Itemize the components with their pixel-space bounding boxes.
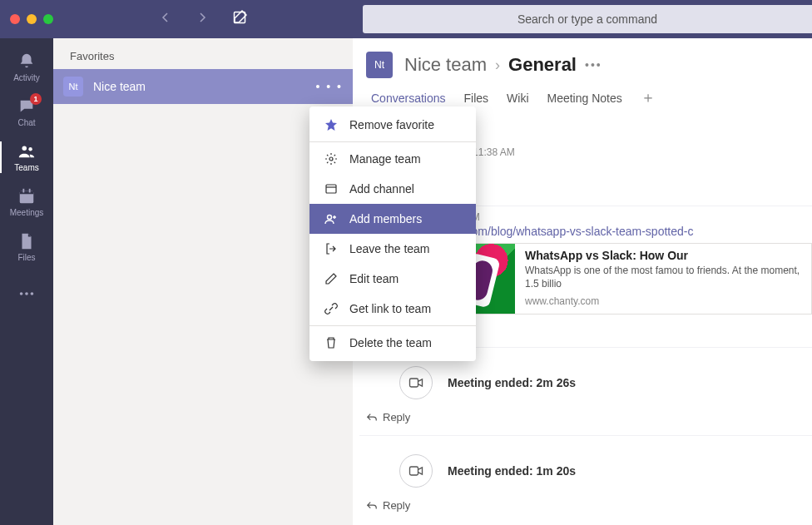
svg-point-2 (28, 147, 32, 151)
menu-add-channel[interactable]: Add channel (309, 174, 476, 204)
breadcrumb-team[interactable]: Nice team (404, 54, 487, 76)
reply-label: Reply (383, 499, 410, 512)
link-description: WhatsApp is one of the most famou to fri… (525, 264, 805, 290)
rail-files-label: Files (17, 253, 35, 262)
reply-button[interactable]: Reply (359, 403, 812, 430)
svg-rect-10 (410, 379, 418, 387)
chat-badge: 1 (30, 93, 42, 105)
meeting-ended-text: Meeting ended: 2m 26s (448, 376, 576, 389)
teams-panel: Favorites Nt Nice team • • • (53, 38, 353, 525)
menu-manage-team[interactable]: Manage team (309, 144, 476, 174)
svg-point-9 (31, 292, 34, 295)
team-more-button[interactable]: • • • (316, 81, 343, 92)
chevron-right-icon: › (495, 57, 500, 74)
window-controls (0, 14, 53, 24)
reply-label: Reply (383, 411, 410, 423)
svg-rect-5 (22, 189, 24, 193)
menu-separator (309, 325, 476, 326)
titlebar: Search or type a command (0, 0, 812, 38)
menu-label: Leave the team (349, 242, 430, 255)
app-rail: Activity 1 Chat Teams Meetings Files (0, 38, 53, 525)
menu-label: Delete the team (349, 336, 432, 349)
favorites-header: Favorites (53, 38, 353, 69)
team-name-label: Nice team (93, 80, 146, 93)
team-context-menu: Remove favorite Manage team Add channel … (309, 106, 476, 361)
breadcrumb-channel[interactable]: General (508, 54, 577, 76)
menu-label: Add channel (349, 182, 414, 196)
rail-activity[interactable]: Activity (0, 45, 53, 90)
svg-rect-4 (20, 191, 34, 195)
rail-chat-label: Chat (17, 118, 35, 127)
rail-more-button[interactable] (0, 271, 53, 316)
meeting-icon (399, 454, 433, 488)
team-row-nice-team[interactable]: Nt Nice team • • • (53, 69, 353, 104)
nav-back-button[interactable] (157, 11, 174, 27)
svg-rect-6 (29, 189, 31, 193)
svg-rect-11 (410, 467, 418, 475)
svg-point-8 (25, 292, 28, 295)
channel-team-avatar: Nt (366, 52, 393, 78)
meeting-ended-text: Meeting ended: 1m 20s (448, 464, 576, 478)
svg-point-7 (20, 292, 23, 295)
rail-files[interactable]: Files (0, 225, 53, 270)
menu-label: Remove favorite (349, 118, 434, 131)
menu-label: Edit team (349, 272, 399, 285)
svg-point-1 (22, 146, 27, 151)
link-title: WhatsApp vs Slack: How Our (525, 249, 805, 262)
tab-wiki[interactable]: Wiki (507, 92, 528, 105)
search-placeholder: Search or type a command (517, 12, 657, 26)
menu-delete-team[interactable]: Delete the team (309, 328, 476, 358)
menu-get-link[interactable]: Get link to team (309, 294, 476, 324)
menu-label: Get link to team (349, 302, 431, 315)
menu-label: Add members (349, 212, 422, 225)
team-avatar: Nt (63, 77, 83, 97)
svg-rect-13 (326, 185, 336, 193)
menu-add-members[interactable]: Add members (309, 204, 476, 234)
maximize-window-button[interactable] (43, 14, 53, 24)
rail-activity-label: Activity (13, 73, 40, 82)
reply-button[interactable]: Reply (359, 491, 812, 518)
tab-files[interactable]: Files (464, 92, 489, 105)
rail-teams[interactable]: Teams (0, 135, 53, 180)
nav-forward-button[interactable] (194, 11, 210, 27)
menu-label: Manage team (349, 152, 421, 166)
close-window-button[interactable] (10, 14, 20, 24)
menu-separator (309, 141, 476, 142)
svg-point-12 (329, 157, 333, 161)
rail-meetings[interactable]: Meetings (0, 180, 53, 225)
minimize-window-button[interactable] (27, 14, 37, 24)
channel-more-button[interactable]: ••• (585, 58, 602, 72)
link-domain: www.chanty.com (525, 295, 805, 307)
compose-button[interactable] (230, 10, 249, 28)
menu-remove-favorite[interactable]: Remove favorite (309, 110, 476, 140)
menu-edit-team[interactable]: Edit team (309, 264, 476, 294)
menu-leave-team[interactable]: Leave the team (309, 234, 476, 264)
rail-teams-label: Teams (14, 163, 38, 172)
meeting-icon (399, 366, 433, 399)
rail-chat[interactable]: 1 Chat (0, 90, 53, 135)
svg-point-15 (328, 215, 332, 220)
add-tab-button[interactable]: ＋ (641, 92, 656, 103)
rail-meetings-label: Meetings (10, 208, 44, 217)
search-input[interactable]: Search or type a command (363, 5, 812, 33)
channel-header: Nt Nice team › General ••• (353, 38, 812, 92)
tab-meeting-notes[interactable]: Meeting Notes (547, 92, 622, 105)
